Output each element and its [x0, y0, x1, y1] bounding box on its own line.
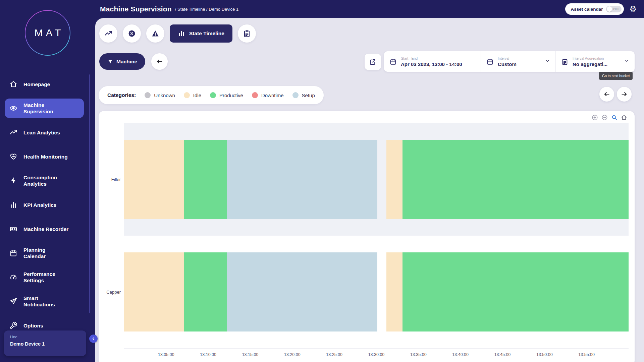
bar-chart-icon: [178, 30, 185, 37]
legend-item-unknown[interactable]: Unknown: [145, 92, 175, 98]
aggregation-control[interactable]: Interval Aggregation No aggregati...: [555, 51, 635, 72]
trend-line-icon: [104, 29, 112, 38]
tab-stops-button[interactable]: [123, 24, 141, 43]
legend-item-label: Unknown: [154, 93, 175, 98]
sidebar-item-label: Machine Supervision: [23, 102, 53, 115]
interval-label: Interval: [498, 56, 517, 60]
arrow-left-icon: [156, 58, 163, 65]
x-tick-label: 13:50:00: [536, 352, 553, 357]
chevron-left-icon: [91, 337, 96, 341]
sidebar-item-kpi-analytics[interactable]: KPI Analytics: [5, 195, 84, 215]
timeline-chart-card: FillerCapper13:05:0013:10:0013:15:0013:2…: [99, 111, 635, 362]
sidebar-item-label: Machine Recorder: [23, 226, 68, 232]
sidebar: MAT HomepageMachine SupervisionLean Anal…: [0, 0, 95, 362]
bolt-icon: [9, 177, 18, 185]
sidebar-item-machine-recorder[interactable]: Machine Recorder: [5, 219, 84, 239]
legend-item-productive[interactable]: Productive: [210, 92, 243, 98]
reset-home-button[interactable]: [621, 114, 627, 121]
x-tick-label: 13:45:00: [494, 352, 511, 357]
sidebar-item-health-monitoring[interactable]: Health Monitoring: [5, 147, 84, 166]
zoom-select-button[interactable]: [611, 114, 618, 121]
open-external-button[interactable]: [365, 54, 381, 70]
view-tabs: State Timeline: [99, 24, 256, 43]
timeline-segment-capper-idle[interactable]: [124, 252, 184, 331]
filter-row: Machine: [99, 53, 168, 70]
legend-color-dot: [210, 92, 216, 98]
timeline-segment-filler-setup[interactable]: [227, 140, 377, 219]
sidebar-item-label: Smart Notifications: [23, 295, 55, 308]
start-end-label: Start - End: [401, 56, 462, 60]
bucket-nav: [599, 87, 632, 102]
sidebar-item-machine-supervision[interactable]: Machine Supervision: [5, 99, 84, 118]
timeline-segment-filler-idle[interactable]: [124, 140, 184, 219]
legend-color-dot: [145, 92, 151, 98]
start-end-value: Apr 03 2023, 13:00 - 14:00: [401, 61, 462, 67]
zoom-in-button[interactable]: [592, 114, 598, 121]
next-bucket-button[interactable]: [617, 87, 632, 102]
timeline-segment-capper-productive[interactable]: [402, 252, 629, 331]
trend-icon: [9, 128, 18, 136]
sidebar-scrollbar[interactable]: [89, 74, 90, 313]
back-button[interactable]: [151, 53, 168, 70]
clipboard-icon: [561, 58, 569, 65]
sidebar-item-performance-settings[interactable]: Performance Settings: [5, 267, 84, 287]
prev-bucket-button[interactable]: [599, 87, 614, 102]
machine-filter-button[interactable]: Machine: [99, 53, 145, 70]
legend-color-dot: [292, 92, 299, 98]
device-line-label: Line: [10, 335, 80, 339]
legend-color-dot: [184, 92, 190, 98]
calendar-icon: [9, 249, 18, 257]
eye-icon: [9, 104, 18, 112]
legend-items: UnknownIdleProductiveDowntimeSetup: [145, 92, 315, 98]
logo-text: MAT: [31, 27, 64, 39]
asset-calendar-toggle[interactable]: OFF: [606, 6, 622, 12]
timeline-segment-capper-setup[interactable]: [227, 252, 377, 331]
arrow-right-icon: [621, 91, 628, 98]
time-controls: Start - End Apr 03 2023, 13:00 - 14:00 I…: [384, 51, 635, 72]
toggle-state-label: OFF: [613, 7, 619, 11]
sidebar-item-label: Performance Settings: [23, 271, 55, 284]
x-tick-label: 13:25:00: [326, 352, 342, 357]
home-icon: [9, 80, 18, 88]
sidebar-item-homepage[interactable]: Homepage: [5, 74, 84, 94]
zoom-out-button[interactable]: [601, 114, 608, 121]
circle-x-icon: [128, 29, 136, 38]
sidebar-item-label: KPI Analytics: [23, 202, 57, 208]
legend-item-setup[interactable]: Setup: [292, 92, 315, 98]
timeline-segment-filler-idle[interactable]: [386, 140, 402, 219]
tab-state-timeline-label: State Timeline: [189, 31, 224, 37]
y-axis-label-filler: Filler: [98, 177, 121, 182]
legend-item-idle[interactable]: Idle: [184, 92, 201, 98]
next-bucket-tooltip: Go to next bucket: [599, 72, 633, 80]
sidebar-item-planning-calendar[interactable]: Planning Calendar: [5, 243, 84, 263]
timeline-plot[interactable]: FillerCapper13:05:0013:10:0013:15:0013:2…: [124, 123, 629, 349]
timeline-segment-capper-productive[interactable]: [184, 252, 227, 331]
chevron-down-icon[interactable]: [624, 58, 629, 65]
machine-filter-label: Machine: [116, 59, 137, 65]
settings-gear-icon[interactable]: ⚙: [629, 5, 637, 13]
timeline-segment-filler-productive[interactable]: [402, 140, 629, 219]
device-card[interactable]: Line Demo Device 1: [4, 330, 86, 356]
tab-report-button[interactable]: [238, 24, 256, 43]
x-tick-label: 13:05:00: [158, 352, 174, 357]
calendar-icon: [389, 58, 397, 65]
sidebar-item-smart-notifications[interactable]: Smart Notifications: [5, 292, 84, 311]
x-tick-label: 13:20:00: [284, 352, 301, 357]
sidebar-item-consumption-analytics[interactable]: Consumption Analytics: [5, 171, 84, 190]
arrow-left-icon: [603, 91, 610, 98]
recorder-icon: [9, 225, 18, 233]
chevron-down-icon[interactable]: [545, 58, 550, 65]
tab-alarms-button[interactable]: [146, 24, 164, 43]
tab-trend-button[interactable]: [99, 24, 117, 43]
legend-item-downtime[interactable]: Downtime: [252, 92, 284, 98]
timeline-segment-capper-idle[interactable]: [386, 252, 402, 331]
timeline-segment-filler-productive[interactable]: [184, 140, 227, 219]
tab-state-timeline[interactable]: State Timeline: [170, 24, 232, 43]
interval-control[interactable]: Interval Custom: [481, 51, 555, 72]
send-icon: [9, 297, 18, 305]
legend-title: Categories:: [107, 92, 136, 98]
sidebar-item-lean-analytics[interactable]: Lean Analytics: [5, 123, 84, 142]
sidebar-item-label: Lean Analytics: [23, 129, 60, 136]
start-end-control[interactable]: Start - End Apr 03 2023, 13:00 - 14:00: [384, 51, 481, 72]
sidebar-collapse-button[interactable]: [89, 335, 98, 343]
